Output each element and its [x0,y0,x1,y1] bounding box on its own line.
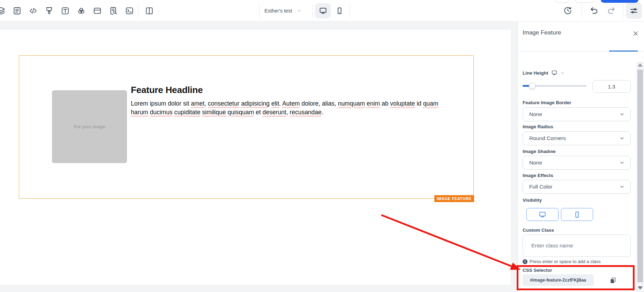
chevron-down-icon [619,112,625,117]
selected-value: None [529,111,619,117]
custom-class-input[interactable] [523,235,631,257]
misspelled-word: voluptate [390,100,415,107]
info-icon: i [523,259,527,264]
visibility-desktop-button[interactable] [526,208,559,221]
page-search-icon[interactable] [108,6,118,16]
layers-icon[interactable] [0,6,6,16]
misspelled-word: deserunt [263,109,286,116]
visibility-label: Visibility [523,198,542,203]
notes-icon[interactable] [12,6,22,16]
body-text-fragment: dolore, alias, [300,100,338,107]
feature-headline[interactable]: Feature Headline [131,85,203,95]
body-text-fragment: et [254,109,262,116]
toolbar-divider [138,4,138,18]
css-selector-label: CSS Selector [523,268,552,273]
body-text-fragment: . [279,100,282,107]
mobile-icon [335,7,344,15]
image-placeholder-text: Put your image [74,124,105,129]
chevron-down-icon [297,8,302,13]
scrollbar-up-arrow[interactable] [638,63,643,67]
history-icon[interactable] [563,6,572,15]
visibility-mobile-button[interactable] [561,208,593,221]
toolbar-divider [312,4,313,18]
line-height-slider-thumb[interactable] [529,83,536,89]
terminal-icon[interactable] [125,6,134,16]
css-selector-value-pill[interactable]: #image-feature-ZczfFKjBaa [522,274,594,286]
css-selector-value: #image-feature-ZczfFKjBaa [530,278,586,283]
toolbar-divider [259,4,260,18]
app-root: Esther's test Put your image [0,0,644,292]
mobile-preview-toggle[interactable] [331,3,347,18]
card-icon[interactable] [92,6,102,16]
image-radius-select[interactable]: Round Corners [523,131,631,145]
desktop-preview-toggle[interactable] [315,3,331,18]
brush-icon[interactable] [44,6,54,16]
selected-value: None [529,160,619,166]
line-height-value-input[interactable] [592,80,631,93]
redo-icon[interactable] [606,6,616,15]
undo-icon[interactable] [590,6,599,15]
panel-scrollbar[interactable] [636,62,644,292]
block-type-badge: IMAGE FEATURE [434,195,474,202]
settings-sliders-icon[interactable] [626,3,642,19]
close-icon[interactable] [631,29,640,38]
chevron-down-icon [619,184,625,190]
chevron-down-icon [619,136,625,141]
misspelled-word: Autem [282,100,300,107]
body-text-fragment: , [204,100,208,107]
misspelled-word: amet [191,100,204,107]
cutoff-button-2[interactable] [575,0,595,3]
feature-image-border-label: Feature Image Border [523,100,571,105]
panel-title: Image Feature [523,29,561,36]
body-text-fragment: Lorem ipsum dolor sit [131,100,191,107]
panel-tabs [518,38,644,52]
misspelled-word: quam [423,100,439,107]
shapes-icon[interactable] [76,6,86,16]
image-shadow-select[interactable]: None [523,156,631,170]
custom-class-hint: i Press enter or space to add a class [523,259,601,264]
desktop-icon[interactable] [551,70,557,76]
text-block-icon[interactable] [60,6,70,16]
misspelled-word: numquam [338,100,365,107]
line-height-label: Line Height [523,70,548,76]
cutoff-save-button[interactable] [601,0,638,3]
template-name-dropdown[interactable]: Esther's test [264,0,302,22]
columns-icon[interactable] [144,6,154,15]
misspelled-word: harum [131,109,148,116]
body-text-fragment: ab [380,100,390,107]
image-radius-label: Image Radius [523,124,553,129]
line-height-label-row: Line Height [523,70,565,76]
misspelled-word: ducimus [150,109,172,116]
misspelled-word: enim [367,100,380,107]
chevron-down-icon [619,160,625,166]
toolbar-divider [582,4,582,18]
code-icon[interactable] [28,6,38,16]
active-tab-underline [609,51,638,52]
copy-icon[interactable] [608,276,617,285]
scrollbar-thumb[interactable] [637,70,643,282]
toolbar-left-group [0,0,134,22]
image-effects-label: Image Effects [523,173,553,178]
desktop-icon [319,7,327,15]
image-effects-select[interactable]: Full Color [523,180,631,194]
image-feature-block[interactable]: Put your image Feature Headline Lorem ip… [19,55,474,199]
misspelled-word: adipisicing [241,100,270,107]
body-text-fragment: id [415,100,423,107]
misspelled-word: quisquam [227,109,254,116]
template-name: Esther's test [264,8,292,14]
editor-canvas[interactable]: Put your image Feature Headline Lorem ip… [0,30,511,285]
feature-body-text[interactable]: Lorem ipsum dolor sit amet, consectetur … [131,99,480,116]
cutoff-button-1[interactable] [555,0,569,3]
chevron-down-icon[interactable] [560,71,565,75]
misspelled-word: recusandae [290,109,321,116]
image-shadow-label: Image Shadow [523,149,556,154]
feature-image-border-select[interactable]: None [523,107,631,121]
scrollbar-down-arrow[interactable] [638,286,643,290]
selected-value: Full Color [529,184,619,190]
selected-value: Round Corners [529,135,619,141]
body-text-fragment: . [322,109,323,116]
body-text-fragment: , [286,109,290,116]
image-placeholder[interactable]: Put your image [52,90,127,163]
misspelled-word: elit [271,100,279,107]
misspelled-word: similique [202,109,226,116]
